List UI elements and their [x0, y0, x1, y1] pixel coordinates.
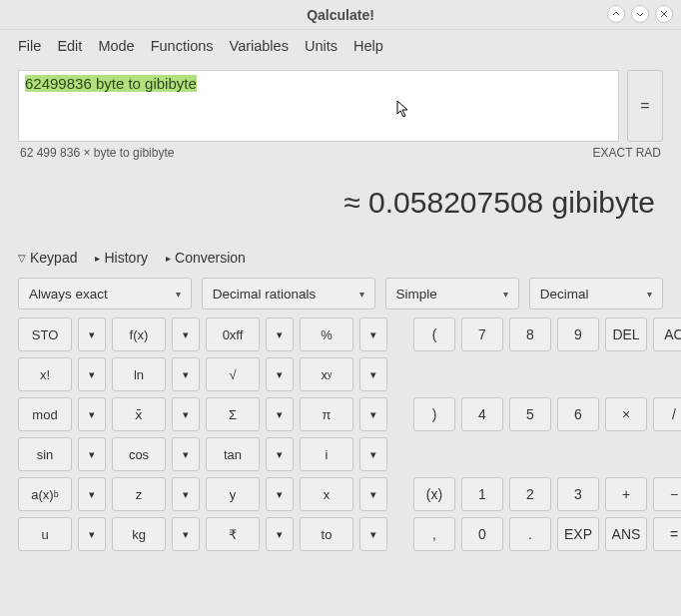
key-6-button[interactable]: 6 — [557, 397, 599, 431]
angle-select[interactable]: Simple▾ — [385, 278, 519, 309]
key-u-button[interactable]: u — [18, 517, 72, 551]
key-exp-button[interactable]: EXP — [557, 517, 599, 551]
tab-conversion[interactable]: ▸Conversion — [166, 250, 246, 266]
key-x-button[interactable]: xy — [300, 357, 353, 391]
menu-mode[interactable]: Mode — [92, 36, 140, 56]
spacer — [605, 357, 647, 391]
menu-file[interactable]: File — [12, 36, 47, 56]
key-3-button[interactable]: 3 — [557, 477, 599, 511]
dropdown-arrow-button[interactable]: ▾ — [172, 357, 200, 391]
menu-functions[interactable]: Functions — [145, 36, 220, 56]
dropdown-arrow-button[interactable]: ▾ — [78, 317, 106, 351]
key-ac-button[interactable]: AC — [653, 317, 681, 351]
key-ln-button[interactable]: ln — [112, 357, 166, 391]
dropdown-arrow-button[interactable]: ▾ — [78, 397, 106, 431]
key-0xff-button[interactable]: 0xff — [206, 317, 260, 351]
dropdown-arrow-button[interactable]: ▾ — [359, 357, 387, 391]
key-7-button[interactable]: 7 — [461, 317, 503, 351]
key--button[interactable]: ) — [413, 397, 455, 431]
key-sin-button[interactable]: sin — [18, 437, 72, 471]
key-1-button[interactable]: 1 — [461, 477, 503, 511]
dropdown-arrow-button[interactable]: ▾ — [266, 477, 294, 511]
expression-input[interactable]: 62499836 byte to gibibyte — [18, 70, 619, 142]
key-x-button[interactable]: (x) — [413, 477, 455, 511]
dropdown-arrow-button[interactable]: ▾ — [172, 437, 200, 471]
dropdown-arrow-button[interactable]: ▾ — [359, 517, 387, 551]
tab-keypad[interactable]: ▽Keypad — [18, 250, 77, 266]
key-z-button[interactable]: z — [112, 477, 166, 511]
dropdown-arrow-button[interactable]: ▾ — [266, 517, 294, 551]
dropdown-arrow-button[interactable]: ▾ — [78, 437, 106, 471]
fraction-select[interactable]: Decimal rationals▾ — [202, 278, 375, 309]
key-x-button[interactable]: x̄ — [112, 397, 166, 431]
key--button[interactable]: / — [653, 397, 681, 431]
key-y-button[interactable]: y — [206, 477, 260, 511]
spacer — [509, 357, 551, 391]
key-tan-button[interactable]: tan — [206, 437, 260, 471]
maximize-button[interactable] — [631, 5, 649, 23]
chevron-down-icon: ▾ — [176, 289, 181, 300]
base-select[interactable]: Decimal▾ — [529, 278, 663, 309]
dropdown-arrow-button[interactable]: ▾ — [172, 477, 200, 511]
approximation-select[interactable]: Always exact▾ — [18, 278, 192, 309]
tab-history[interactable]: ▸History — [95, 250, 148, 266]
key-ax-button[interactable]: a(x)b — [18, 477, 72, 511]
dropdown-arrow-button[interactable]: ▾ — [78, 517, 106, 551]
minimize-button[interactable] — [607, 5, 625, 23]
key-9-button[interactable]: 9 — [557, 317, 599, 351]
key--button[interactable]: √ — [206, 357, 260, 391]
key-sto-button[interactable]: STO — [18, 317, 72, 351]
spacer — [461, 437, 503, 471]
key--button[interactable]: + — [605, 477, 647, 511]
dropdown-arrow-button[interactable]: ▾ — [359, 317, 387, 351]
key-0-button[interactable]: 0 — [461, 517, 503, 551]
key-x-button[interactable]: x — [300, 477, 353, 511]
dropdown-arrow-button[interactable]: ▾ — [78, 357, 106, 391]
dropdown-arrow-button[interactable]: ▾ — [266, 437, 294, 471]
key--button[interactable]: = — [653, 517, 681, 551]
key-x-button[interactable]: x! — [18, 357, 72, 391]
menu-help[interactable]: Help — [347, 36, 389, 56]
key-5-button[interactable]: 5 — [509, 397, 551, 431]
key--button[interactable]: ₹ — [206, 517, 260, 551]
dropdown-arrow-button[interactable]: ▾ — [359, 437, 387, 471]
key--button[interactable]: − — [653, 477, 681, 511]
dropdown-arrow-button[interactable]: ▾ — [172, 317, 200, 351]
dropdown-arrow-button[interactable]: ▾ — [172, 517, 200, 551]
key--button[interactable]: , — [413, 517, 455, 551]
dropdown-arrow-button[interactable]: ▾ — [78, 477, 106, 511]
menu-units[interactable]: Units — [299, 36, 343, 56]
key-i-button[interactable]: i — [300, 437, 353, 471]
status-expression: 62 499 836 × byte to gibibyte — [20, 146, 174, 160]
dropdown-arrow-button[interactable]: ▾ — [359, 477, 387, 511]
dropdown-arrow-button[interactable]: ▾ — [266, 357, 294, 391]
close-button[interactable] — [655, 5, 673, 23]
result-display: ≈ 0.058207508 gibibyte — [18, 186, 655, 220]
window-title: Qalculate! — [307, 7, 374, 23]
key--button[interactable]: π — [300, 397, 353, 431]
key--button[interactable]: ( — [413, 317, 455, 351]
tab-keypad-label: Keypad — [30, 250, 77, 266]
dropdown-arrow-button[interactable]: ▾ — [359, 397, 387, 431]
key--button[interactable]: × — [605, 397, 647, 431]
equals-button[interactable]: = — [627, 70, 663, 142]
key-8-button[interactable]: 8 — [509, 317, 551, 351]
key--button[interactable]: % — [300, 317, 353, 351]
key--button[interactable]: . — [509, 517, 551, 551]
menu-edit[interactable]: Edit — [51, 36, 88, 56]
dropdown-arrow-button[interactable]: ▾ — [266, 397, 294, 431]
key--button[interactable]: Σ — [206, 397, 260, 431]
key-ans-button[interactable]: ANS — [605, 517, 647, 551]
function-keypad: STO▾f(x)▾0xff▾%▾x!▾ln▾√▾xy▾mod▾x̄▾Σ▾π▾si… — [18, 317, 387, 551]
menu-variables[interactable]: Variables — [224, 36, 295, 56]
key-mod-button[interactable]: mod — [18, 397, 72, 431]
key-4-button[interactable]: 4 — [461, 397, 503, 431]
key-del-button[interactable]: DEL — [605, 317, 647, 351]
key-cos-button[interactable]: cos — [112, 437, 166, 471]
dropdown-arrow-button[interactable]: ▾ — [172, 397, 200, 431]
key-to-button[interactable]: to — [300, 517, 353, 551]
dropdown-arrow-button[interactable]: ▾ — [266, 317, 294, 351]
key-kg-button[interactable]: kg — [112, 517, 166, 551]
key-fx-button[interactable]: f(x) — [112, 317, 166, 351]
key-2-button[interactable]: 2 — [509, 477, 551, 511]
